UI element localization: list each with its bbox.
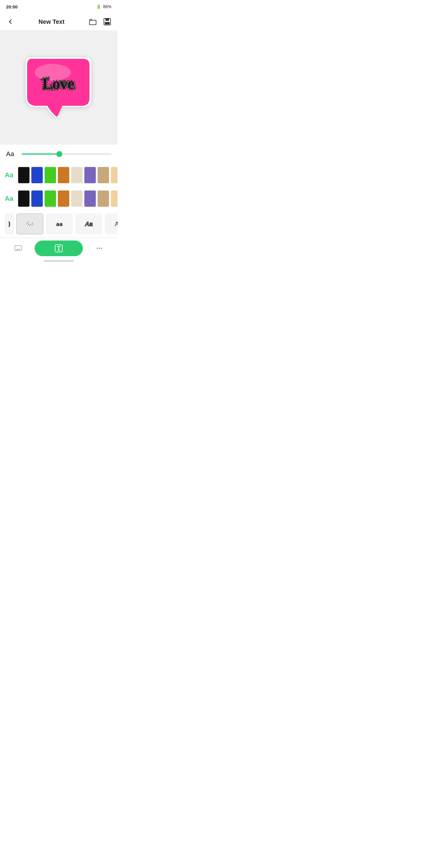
outline-swatch-tan[interactable] xyxy=(98,190,109,207)
nav-action-icons xyxy=(87,16,112,27)
text-color-label: Aa xyxy=(5,171,16,179)
page-title: New Text xyxy=(38,19,64,25)
outline-swatch-beige[interactable] xyxy=(71,190,83,207)
text-icon xyxy=(55,244,63,253)
color-swatch-blue[interactable] xyxy=(31,167,43,183)
slider-fill xyxy=(22,153,59,155)
font-style-label-outline: Aa xyxy=(85,221,93,227)
bottom-nav xyxy=(0,238,118,258)
font-style-label-serif: Aa xyxy=(115,221,118,227)
font-style-row: } Aa aa Aa Aa Aa xyxy=(0,210,118,238)
color-swatch-orange[interactable] xyxy=(58,167,69,183)
canvas-area[interactable]: Love Love Love xyxy=(0,30,118,145)
font-size-section: Aa xyxy=(0,145,118,163)
svg-point-12 xyxy=(101,247,102,249)
color-swatch-beige[interactable] xyxy=(71,167,83,183)
more-tab-button[interactable] xyxy=(92,241,107,256)
outline-color-row: Aa xyxy=(0,189,118,208)
back-icon xyxy=(7,18,14,25)
folder-icon xyxy=(89,18,97,26)
status-time: 20:00 xyxy=(6,4,18,9)
chat-tab-button[interactable] xyxy=(10,241,26,256)
svg-rect-8 xyxy=(15,246,21,250)
svg-rect-2 xyxy=(105,19,109,21)
color-swatch-tan[interactable] xyxy=(98,167,109,183)
font-style-item-checker[interactable]: Aa xyxy=(16,213,43,235)
font-style-item-boldmono[interactable]: aa xyxy=(46,213,73,235)
speech-bubble-sticker[interactable]: Love Love Love xyxy=(23,53,95,122)
outline-swatch-blue[interactable] xyxy=(31,190,43,207)
svg-rect-3 xyxy=(105,22,110,24)
font-size-label: Aa xyxy=(6,150,18,158)
battery-percent: 86% xyxy=(103,4,111,9)
font-style-item-serif[interactable]: Aa xyxy=(105,213,118,235)
sticker-container[interactable]: Love Love Love xyxy=(20,48,98,127)
outline-swatch-orange[interactable] xyxy=(58,190,69,207)
text-color-row: Aa xyxy=(0,166,118,184)
top-nav: New Text xyxy=(0,13,118,30)
color-swatch-black[interactable] xyxy=(18,167,30,183)
font-size-slider[interactable] xyxy=(22,153,111,155)
color-swatch-skin[interactable] xyxy=(111,167,118,183)
font-style-label-boldmono: aa xyxy=(56,221,63,227)
svg-point-10 xyxy=(96,247,98,249)
outline-swatch-skin[interactable] xyxy=(111,190,118,207)
status-right: 🔋 86% xyxy=(96,4,111,9)
outline-swatch-purple[interactable] xyxy=(84,190,96,207)
sticker-svg: Love Love Love xyxy=(23,53,95,122)
font-style-label-partial: } xyxy=(8,220,11,228)
battery-icon: 🔋 xyxy=(96,4,101,9)
color-swatch-purple[interactable] xyxy=(84,167,96,183)
svg-text:Love: Love xyxy=(42,75,74,92)
save-icon xyxy=(103,18,111,26)
chat-icon xyxy=(14,244,22,253)
text-tab-button[interactable] xyxy=(35,241,83,256)
svg-rect-0 xyxy=(90,20,96,25)
outline-swatch-green[interactable] xyxy=(44,190,56,207)
outline-swatch-black[interactable] xyxy=(18,190,30,207)
status-bar: 20:00 🔋 86% xyxy=(0,0,118,13)
slider-thumb[interactable] xyxy=(56,151,62,157)
color-swatch-green[interactable] xyxy=(44,167,56,183)
save-button[interactable] xyxy=(102,16,112,27)
svg-point-11 xyxy=(98,247,100,249)
font-style-item-partial[interactable]: } xyxy=(5,213,14,235)
more-icon xyxy=(95,244,104,253)
outline-color-section: Aa xyxy=(0,187,118,210)
folder-button[interactable] xyxy=(87,16,98,27)
back-button[interactable] xyxy=(5,16,16,27)
outline-color-label: Aa xyxy=(5,195,16,203)
text-color-section: Aa xyxy=(0,163,118,187)
bottom-handle xyxy=(44,260,74,261)
font-style-label-checker: Aa xyxy=(26,220,34,228)
font-style-item-outline[interactable]: Aa xyxy=(75,213,102,235)
